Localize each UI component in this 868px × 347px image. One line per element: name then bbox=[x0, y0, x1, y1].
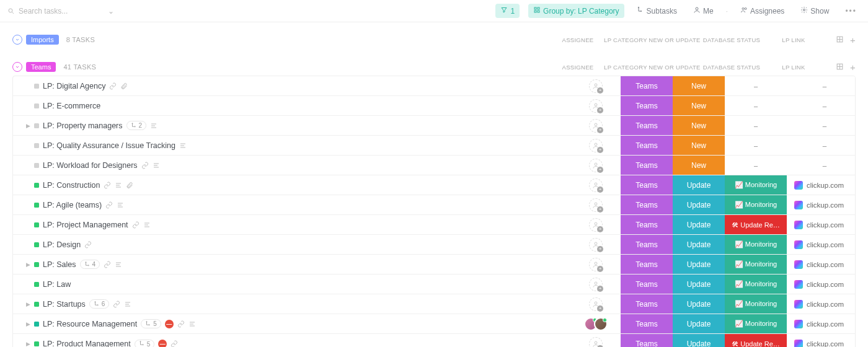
newupdate-cell[interactable]: Update bbox=[673, 195, 725, 214]
assignee-cell[interactable] bbox=[571, 334, 621, 347]
assignee-cell[interactable] bbox=[571, 215, 621, 234]
assignee-cell[interactable] bbox=[571, 96, 621, 115]
category-cell[interactable]: Teams bbox=[621, 96, 673, 115]
group-badge[interactable]: Imports bbox=[26, 35, 59, 45]
task-main[interactable]: ▶ LP: Property managers 2 bbox=[13, 116, 571, 135]
link-cell[interactable]: – bbox=[787, 136, 855, 155]
category-cell[interactable]: Teams bbox=[621, 235, 673, 254]
dbs-cell[interactable]: – bbox=[725, 136, 787, 155]
assignees-button[interactable]: Assignees bbox=[737, 4, 788, 18]
link-cell[interactable]: clickup.com bbox=[787, 275, 855, 294]
link-cell[interactable]: – bbox=[787, 116, 855, 135]
task-row[interactable]: ▶ LP: Startups 6 Teams Update 📈 Monitori… bbox=[13, 294, 855, 314]
newupdate-cell[interactable]: Update bbox=[673, 215, 725, 234]
add-column-icon[interactable]: + bbox=[850, 35, 856, 45]
assignee-add[interactable] bbox=[589, 218, 603, 232]
category-cell[interactable]: Teams bbox=[621, 76, 673, 95]
status-square[interactable] bbox=[34, 262, 39, 267]
link-cell[interactable]: clickup.com bbox=[787, 215, 855, 234]
status-square[interactable] bbox=[34, 143, 39, 148]
task-row[interactable]: LP: Workload for Designers Teams New – – bbox=[13, 156, 855, 175]
newupdate-cell[interactable]: Update bbox=[673, 255, 725, 274]
assignee-cell[interactable] bbox=[571, 195, 621, 214]
newupdate-cell[interactable]: Update bbox=[673, 175, 725, 195]
status-square[interactable] bbox=[34, 222, 39, 227]
task-main[interactable]: ▶ LP: Product Management 5— bbox=[13, 334, 571, 347]
assignee-cell[interactable] bbox=[571, 156, 621, 175]
task-row[interactable]: ▶ LP: Resource Management 5— Teams Updat… bbox=[13, 314, 855, 334]
status-square[interactable] bbox=[34, 84, 39, 89]
filter-count-button[interactable]: 1 bbox=[495, 4, 520, 18]
dbs-cell[interactable]: – bbox=[725, 156, 787, 175]
link-cell[interactable]: clickup.com bbox=[787, 314, 855, 333]
newupdate-cell[interactable]: New bbox=[673, 156, 725, 175]
task-row[interactable]: LP: Design Teams Update 📈 Monitoring cli… bbox=[13, 235, 855, 255]
assignee-cell[interactable] bbox=[571, 314, 621, 333]
assignee-add[interactable] bbox=[589, 278, 603, 291]
task-row[interactable]: LP: Project Management Teams Update 🛠 Up… bbox=[13, 215, 855, 235]
task-row[interactable]: LP: Construction Teams Update 📈 Monitori… bbox=[13, 175, 855, 195]
subtask-count-chip[interactable]: 2 bbox=[126, 121, 147, 130]
add-column-icon[interactable]: + bbox=[850, 62, 856, 72]
assignee-add[interactable] bbox=[589, 99, 603, 113]
subtasks-button[interactable]: Subtasks bbox=[633, 4, 681, 18]
assignee-cell[interactable] bbox=[571, 175, 621, 195]
status-square[interactable] bbox=[34, 282, 39, 287]
task-main[interactable]: ▶ LP: Resource Management 5— bbox=[13, 314, 571, 333]
category-cell[interactable]: Teams bbox=[621, 156, 673, 175]
link-cell[interactable]: clickup.com bbox=[787, 294, 855, 314]
layout-icon[interactable] bbox=[836, 35, 844, 45]
dbs-cell[interactable]: 🛠 Update Re… bbox=[725, 334, 787, 347]
category-cell[interactable]: Teams bbox=[621, 334, 673, 347]
task-main[interactable]: LP: Law bbox=[13, 275, 571, 294]
search-input[interactable] bbox=[19, 7, 99, 15]
dbs-cell[interactable]: 📈 Monitoring bbox=[725, 314, 787, 333]
chevron-down-icon[interactable]: ⌄ bbox=[108, 7, 114, 15]
newupdate-cell[interactable]: Update bbox=[673, 294, 725, 314]
task-main[interactable]: LP: Digital Agency bbox=[13, 76, 571, 95]
task-row[interactable]: LP: Agile (teams) Teams Update 📈 Monitor… bbox=[13, 195, 855, 215]
newupdate-cell[interactable]: Update bbox=[673, 235, 725, 254]
task-main[interactable]: LP: Design bbox=[13, 235, 571, 254]
link-cell[interactable]: clickup.com bbox=[787, 235, 855, 254]
task-main[interactable]: ▶ LP: Startups 6 bbox=[13, 294, 571, 314]
assignee-cell[interactable] bbox=[571, 76, 621, 95]
dbs-cell[interactable]: – bbox=[725, 96, 787, 115]
group-toggle[interactable] bbox=[12, 35, 22, 45]
link-cell[interactable]: – bbox=[787, 76, 855, 95]
more-button[interactable]: ••• bbox=[841, 4, 861, 18]
group-badge[interactable]: Teams bbox=[26, 62, 56, 72]
link-cell[interactable]: clickup.com bbox=[787, 175, 855, 195]
newupdate-cell[interactable]: New bbox=[673, 76, 725, 95]
category-cell[interactable]: Teams bbox=[621, 116, 673, 135]
assignee-cell[interactable] bbox=[571, 255, 621, 274]
assignee-cell[interactable] bbox=[571, 136, 621, 155]
category-cell[interactable]: Teams bbox=[621, 195, 673, 214]
dbs-cell[interactable]: 📈 Monitoring bbox=[725, 175, 787, 195]
status-square[interactable] bbox=[34, 123, 39, 128]
expand-caret[interactable]: ▶ bbox=[25, 123, 30, 129]
newupdate-cell[interactable]: New bbox=[673, 116, 725, 135]
category-cell[interactable]: Teams bbox=[621, 215, 673, 234]
task-main[interactable]: LP: Quality Assurance / Issue Tracking bbox=[13, 136, 571, 155]
assignee-cell[interactable] bbox=[571, 275, 621, 294]
link-cell[interactable]: clickup.com bbox=[787, 195, 855, 214]
assignee-add[interactable] bbox=[589, 139, 603, 152]
subtask-count-chip[interactable]: 5 bbox=[141, 319, 161, 328]
task-row[interactable]: ▶ LP: Property managers 2 Teams New – – bbox=[13, 116, 855, 136]
group-toggle[interactable] bbox=[12, 62, 22, 72]
task-row[interactable]: LP: E-commerce Teams New – – bbox=[13, 96, 855, 116]
task-row[interactable]: LP: Quality Assurance / Issue Tracking T… bbox=[13, 136, 855, 156]
status-square[interactable] bbox=[34, 242, 39, 247]
task-row[interactable]: LP: Law Teams Update 📈 Monitoring clicku… bbox=[13, 275, 855, 294]
link-cell[interactable]: – bbox=[787, 156, 855, 175]
assignee-add[interactable] bbox=[589, 238, 603, 252]
status-square[interactable] bbox=[34, 103, 39, 108]
newupdate-cell[interactable]: Update bbox=[673, 334, 725, 347]
category-cell[interactable]: Teams bbox=[621, 175, 673, 195]
assignee-avatars[interactable] bbox=[584, 317, 608, 331]
link-cell[interactable]: – bbox=[787, 96, 855, 115]
category-cell[interactable]: Teams bbox=[621, 255, 673, 274]
status-square[interactable] bbox=[34, 163, 39, 168]
status-square[interactable] bbox=[34, 183, 39, 188]
